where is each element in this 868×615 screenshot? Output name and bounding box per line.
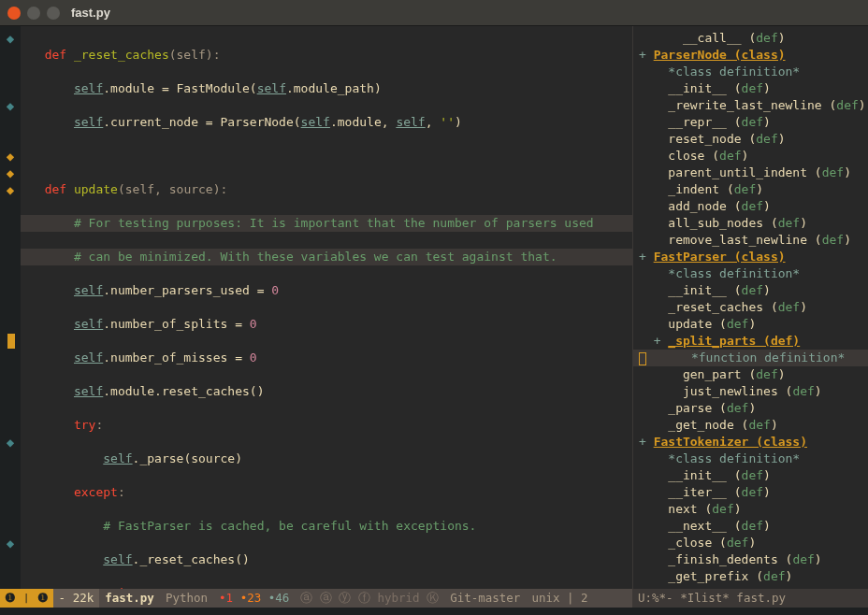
outline-item[interactable]: __next__ (def) (639, 518, 862, 535)
workspace: ◆ ◆ ◆ ◆ ◆ ◆ ◆ def _reset_caches(self): s… (0, 26, 868, 589)
outline-item[interactable]: + _split_parts (def) (639, 333, 862, 350)
gutter-dot: ◆ (0, 434, 21, 451)
outline-item[interactable]: _parse (def) (639, 400, 862, 417)
maximize-icon[interactable] (47, 7, 60, 20)
outline-item[interactable]: + FastTokenizer (class) (639, 434, 862, 451)
buffer-name[interactable]: fast.py (99, 589, 160, 608)
gutter-dot: ◆ (0, 535, 21, 551)
err-count: •1 (219, 591, 233, 605)
outline-item[interactable]: + ParserNode (class) (639, 47, 862, 64)
gutter-dot: ◆ (0, 30, 21, 47)
outline-item[interactable]: __iter__ (def) (639, 484, 862, 501)
outline-item[interactable]: _reset_caches (def) (639, 299, 862, 316)
outline-item[interactable]: _rewrite_last_newline (def) (639, 97, 862, 114)
modeline-right: U:%*- *Ilist* fast.py (632, 589, 868, 608)
outline-item[interactable]: update (def) (639, 316, 862, 333)
outline-item[interactable]: _get_node (def) (639, 417, 862, 434)
outline-item[interactable]: *class definition* (639, 64, 862, 80)
gutter-dot: ◆ (0, 164, 21, 181)
outline-item[interactable]: remove_last_newline (def) (639, 232, 862, 249)
flycheck-warn[interactable]: ❶ ❘ ❶ (0, 589, 53, 608)
minor-modes: ⓐ ⓐ ⓨ ⓕ hybrid Ⓚ (295, 589, 444, 608)
buffer-info: - 22k (53, 589, 100, 608)
gutter: ◆ ◆ ◆ ◆ ◆ ◆ ◆ (0, 26, 21, 589)
outline-item[interactable]: __init__ (def) (639, 80, 862, 97)
outline-item[interactable]: next (def) (639, 501, 862, 518)
info-count: •46 (268, 591, 290, 605)
outline-item[interactable]: __repr__ (def) (639, 114, 862, 131)
outline-item[interactable]: __init__ (def) (639, 467, 862, 484)
vc-branch[interactable]: Git-master (444, 589, 526, 608)
outline-item[interactable]: _close (def) (639, 535, 862, 551)
outline-item[interactable]: parent_until_indent (def) (639, 164, 862, 181)
encoding: unix | 2 (526, 589, 593, 608)
func-name: _reset_caches (74, 48, 169, 62)
outline-item[interactable]: all_sub_nodes (def) (639, 215, 862, 232)
modeline: ❶ ❘ ❶ - 22k fast.py Python •1 •23 •46 ⓐ … (0, 589, 868, 608)
modeline-left: ❶ ❘ ❶ - 22k fast.py Python •1 •23 •46 ⓐ … (0, 589, 632, 608)
outline-cursor-icon (639, 352, 646, 365)
gutter-dot: ◆ (0, 181, 21, 198)
cursor-indicator (0, 333, 21, 350)
outline-item[interactable]: gen_part (def) (639, 366, 862, 383)
outline-item[interactable]: + FastParser (class) (639, 249, 862, 265)
minibuffer[interactable] (0, 608, 868, 615)
gutter-dot: ◆ (0, 148, 21, 164)
outline-item[interactable]: just_newlines (def) (639, 383, 862, 400)
code-editor[interactable]: def _reset_caches(self): self.module = F… (21, 26, 632, 589)
window-title: fast.py (71, 6, 110, 20)
gutter-dot: ◆ (0, 97, 21, 114)
warn-count: •23 (240, 591, 262, 605)
window-controls (7, 7, 60, 20)
outline-item[interactable]: __init__ (def) (639, 282, 862, 299)
outline-item[interactable]: *class definition* (639, 451, 862, 467)
outline-item[interactable]: __call__ (def) (639, 30, 862, 47)
outline-item[interactable]: _indent (def) (639, 181, 862, 198)
outline-item[interactable]: _get_prefix (def) (639, 568, 862, 585)
titlebar: fast.py (0, 0, 868, 26)
major-mode[interactable]: Python (160, 589, 213, 608)
keyword: def (45, 48, 66, 62)
outline-item[interactable]: *class definition* (639, 265, 862, 282)
outline-panel[interactable]: __call__ (def)+ ParserNode (class) *clas… (632, 26, 868, 589)
outline-item[interactable]: add_node (def) (639, 198, 862, 215)
outline-item[interactable]: _finish_dedents (def) (639, 551, 862, 568)
outline-item[interactable]: close (def) (639, 148, 862, 164)
outline-item[interactable]: reset_node (def) (639, 131, 862, 148)
outline-item[interactable]: *function definition* (633, 350, 868, 366)
minimize-icon[interactable] (27, 7, 40, 20)
close-icon[interactable] (7, 7, 21, 20)
